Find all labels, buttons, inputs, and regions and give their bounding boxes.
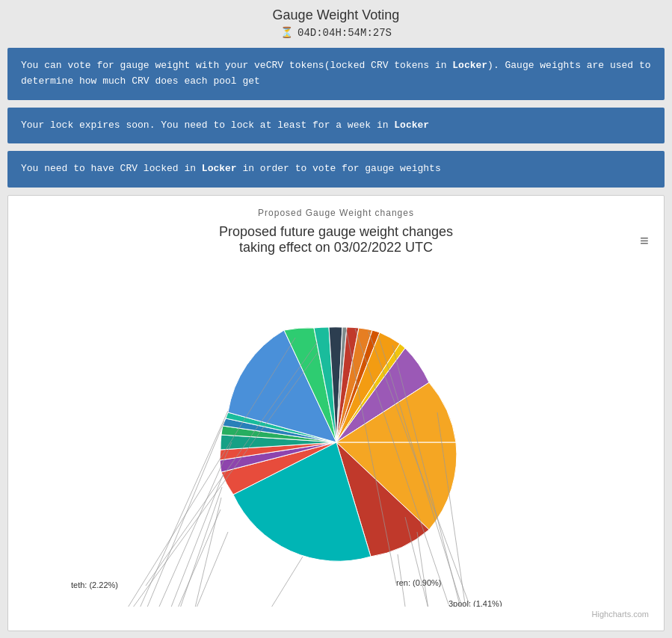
chart-container: Proposed Gauge Weight changes Proposed f…	[7, 195, 665, 631]
chart-section-label: Proposed Gauge Weight changes	[20, 208, 652, 218]
countdown: ⏳ 04D:04H:54M:27S	[7, 26, 665, 39]
info-box-2: Your lock expires soon. You need to lock…	[7, 108, 665, 144]
svg-line-21	[108, 532, 228, 607]
hourglass-icon: ⏳	[280, 26, 293, 39]
svg-line-15	[127, 487, 222, 607]
svg-line-19	[93, 510, 221, 607]
page-title: Gauge Weight Voting	[7, 7, 665, 23]
svg-text:ren: (0.90%): ren: (0.90%)	[396, 578, 442, 587]
highcharts-credit: Highcharts.com	[20, 610, 652, 619]
pie-chart-area: teth: (2.22%) cvxeth: (2.80%) crveth: (5…	[20, 263, 652, 607]
info-box-3: You need to have CRV locked in Locker in…	[7, 151, 665, 188]
svg-line-7	[120, 411, 228, 607]
svg-text:3pool: (1.41%): 3pool: (1.41%)	[448, 599, 502, 607]
svg-text:cvxeth: (2.80%): cvxeth: (2.80%)	[52, 605, 109, 607]
svg-line-23	[120, 557, 303, 607]
svg-text:teth: (2.22%): teth: (2.22%)	[71, 580, 118, 589]
hamburger-button[interactable]: ≡	[640, 233, 649, 250]
svg-line-13	[120, 475, 223, 607]
svg-line-17	[153, 498, 221, 607]
chart-title: Proposed future gauge weight changes tak…	[20, 224, 652, 255]
countdown-text: 04D:04H:54M:27S	[298, 27, 392, 39]
info-box-1: You can vote for gauge weight with your …	[7, 48, 665, 100]
